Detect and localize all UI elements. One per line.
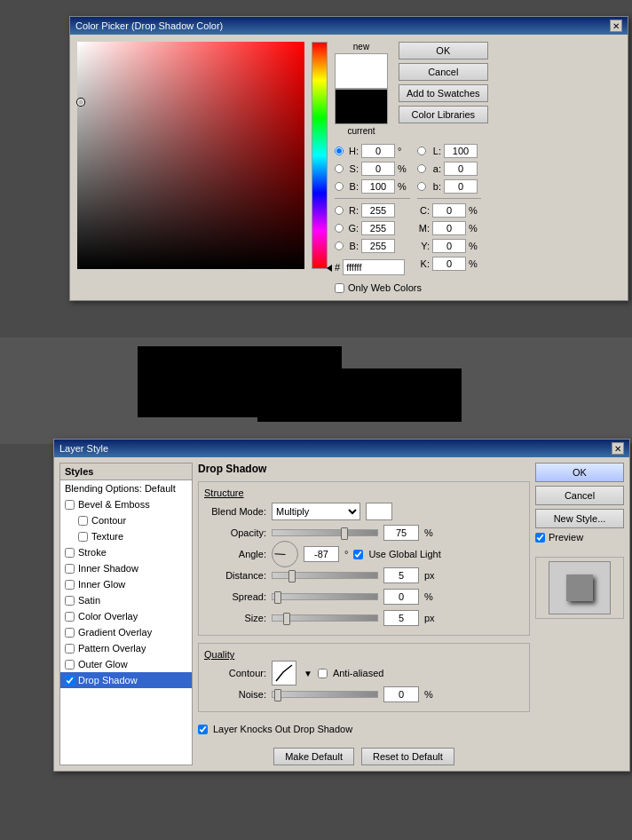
cp-blue-radio[interactable] bbox=[335, 242, 344, 250]
ds-contour-dropdown-arrow: ▼ bbox=[304, 669, 312, 678]
cp-hex-row: # bbox=[335, 259, 410, 275]
ls-inner-glow-checkbox[interactable] bbox=[65, 580, 75, 590]
color-picker-titlebar: Color Picker (Drop Shadow Color) ✕ bbox=[70, 17, 628, 35]
ds-contour-label: Contour: bbox=[204, 668, 266, 678]
cp-bstar-label: b: bbox=[429, 181, 441, 192]
cp-green-radio[interactable] bbox=[335, 224, 344, 233]
cp-cancel-button[interactable]: Cancel bbox=[399, 63, 488, 81]
ds-angle-dial[interactable] bbox=[272, 541, 298, 567]
sidebar-item-gradient-overlay[interactable]: Gradient Overlay bbox=[60, 624, 192, 640]
cp-red-radio[interactable] bbox=[335, 206, 344, 215]
sidebar-item-color-overlay[interactable]: Color Overlay bbox=[60, 608, 192, 624]
ds-use-global-light-checkbox[interactable] bbox=[353, 550, 363, 559]
cp-red-input[interactable] bbox=[361, 203, 395, 218]
cp-hue-input[interactable] bbox=[361, 144, 395, 158]
ls-satin-label: Satin bbox=[78, 595, 100, 606]
cp-hex-input[interactable] bbox=[343, 259, 405, 275]
sidebar-item-stroke[interactable]: Stroke bbox=[60, 544, 192, 560]
ls-inner-glow-label: Inner Glow bbox=[78, 579, 125, 590]
cp-bright-input[interactable] bbox=[361, 179, 395, 194]
ds-spread-input[interactable] bbox=[383, 589, 419, 605]
sidebar-item-blending-options[interactable]: Blending Options: Default bbox=[60, 480, 192, 496]
ls-pattern-overlay-checkbox[interactable] bbox=[65, 644, 75, 654]
ls-preview-checkbox[interactable] bbox=[535, 533, 545, 543]
ds-distance-slider[interactable] bbox=[272, 572, 378, 579]
cp-sat-radio[interactable] bbox=[335, 164, 344, 173]
sidebar-item-outer-glow[interactable]: Outer Glow bbox=[60, 656, 192, 672]
ds-contour-preview[interactable] bbox=[272, 661, 296, 685]
cp-new-color-swatch[interactable] bbox=[335, 53, 388, 89]
ds-contour-curve-icon bbox=[274, 663, 294, 683]
ds-size-input[interactable] bbox=[383, 610, 419, 626]
cp-add-to-swatches-button[interactable]: Add to Swatches bbox=[399, 84, 488, 102]
sidebar-item-inner-shadow[interactable]: Inner Shadow bbox=[60, 560, 192, 576]
layer-style-list: Styles Blending Options: Default Bevel &… bbox=[59, 463, 193, 765]
ds-layer-knocks-out-label: Layer Knocks Out Drop Shadow bbox=[213, 724, 352, 734]
ls-color-overlay-checkbox[interactable] bbox=[65, 612, 75, 622]
ds-distance-input[interactable] bbox=[383, 567, 419, 583]
cp-bstar-radio[interactable] bbox=[417, 182, 426, 191]
sidebar-item-contour[interactable]: Contour bbox=[60, 512, 192, 528]
ls-preview-square bbox=[566, 575, 593, 601]
layer-style-close-button[interactable]: ✕ bbox=[612, 442, 624, 455]
cp-cyan-input[interactable] bbox=[432, 203, 466, 218]
ds-make-default-button[interactable]: Make Default bbox=[273, 748, 354, 765]
cp-color-libraries-button[interactable]: Color Libraries bbox=[399, 106, 488, 123]
ds-distance-thumb bbox=[288, 570, 296, 582]
ds-opacity-slider[interactable] bbox=[272, 529, 378, 536]
color-spectrum-bar[interactable] bbox=[312, 42, 328, 269]
ds-noise-slider[interactable] bbox=[272, 691, 378, 698]
ds-spread-slider[interactable] bbox=[272, 593, 378, 600]
sidebar-item-inner-glow[interactable]: Inner Glow bbox=[60, 576, 192, 592]
cp-black-input[interactable] bbox=[432, 257, 466, 271]
ls-new-style-button[interactable]: New Style... bbox=[535, 509, 624, 528]
cp-hue-radio[interactable] bbox=[335, 147, 344, 155]
cp-ok-button[interactable]: OK bbox=[399, 42, 488, 59]
ls-satin-checkbox[interactable] bbox=[65, 596, 75, 606]
sidebar-item-pattern-overlay[interactable]: Pattern Overlay bbox=[60, 640, 192, 656]
ds-blend-mode-color-swatch[interactable] bbox=[366, 503, 392, 520]
ls-outer-glow-checkbox[interactable] bbox=[65, 660, 75, 670]
ds-opacity-label: Opacity: bbox=[204, 527, 266, 538]
color-picker-close-button[interactable]: ✕ bbox=[610, 20, 622, 32]
ds-opacity-input[interactable] bbox=[383, 525, 419, 541]
ls-color-overlay-label: Color Overlay bbox=[78, 611, 138, 622]
cp-bright-unit: % bbox=[398, 181, 410, 192]
ls-texture-checkbox[interactable] bbox=[78, 532, 88, 542]
cp-blue-input[interactable] bbox=[361, 239, 395, 253]
ds-noise-input[interactable] bbox=[383, 686, 419, 702]
cp-a-label: a: bbox=[429, 163, 441, 174]
ds-size-slider[interactable] bbox=[272, 614, 378, 622]
cp-sat-input[interactable] bbox=[361, 162, 395, 176]
ds-reset-to-default-button[interactable]: Reset to Default bbox=[361, 748, 454, 765]
cp-web-colors-checkbox[interactable] bbox=[335, 283, 344, 293]
ls-inner-shadow-checkbox[interactable] bbox=[65, 564, 75, 574]
ls-stroke-checkbox[interactable] bbox=[65, 548, 75, 558]
cp-l-input[interactable] bbox=[444, 144, 478, 158]
cp-bright-radio[interactable] bbox=[335, 182, 344, 191]
cp-l-radio[interactable] bbox=[417, 147, 426, 155]
ds-layer-knocks-out-checkbox[interactable] bbox=[198, 725, 208, 734]
sidebar-item-bevel-emboss[interactable]: Bevel & Emboss bbox=[60, 496, 192, 512]
cp-current-color-swatch[interactable] bbox=[335, 89, 388, 124]
ls-contour-checkbox[interactable] bbox=[78, 516, 88, 526]
cp-green-input[interactable] bbox=[361, 221, 395, 235]
ls-gradient-overlay-checkbox[interactable] bbox=[65, 628, 75, 638]
ds-angle-input[interactable] bbox=[304, 546, 339, 562]
color-gradient-field[interactable] bbox=[77, 42, 304, 269]
cp-bstar-input[interactable] bbox=[444, 179, 478, 194]
ls-cancel-button[interactable]: Cancel bbox=[535, 486, 624, 505]
cp-a-input[interactable] bbox=[444, 162, 478, 176]
sidebar-item-drop-shadow[interactable]: Drop Shadow bbox=[60, 672, 192, 688]
cp-yellow-input[interactable] bbox=[432, 239, 466, 253]
sidebar-item-texture[interactable]: Texture bbox=[60, 528, 192, 544]
cp-magenta-input[interactable] bbox=[432, 221, 466, 235]
sidebar-item-satin[interactable]: Satin bbox=[60, 592, 192, 608]
cp-yellow-label: Y: bbox=[417, 241, 430, 251]
ls-drop-shadow-checkbox[interactable] bbox=[65, 676, 75, 685]
ls-bevel-checkbox[interactable] bbox=[65, 500, 75, 510]
cp-a-radio[interactable] bbox=[417, 164, 426, 173]
ds-blend-mode-select[interactable]: Multiply Normal Screen Overlay bbox=[272, 503, 360, 520]
ds-anti-aliased-checkbox[interactable] bbox=[318, 669, 328, 678]
ls-ok-button[interactable]: OK bbox=[535, 463, 624, 482]
